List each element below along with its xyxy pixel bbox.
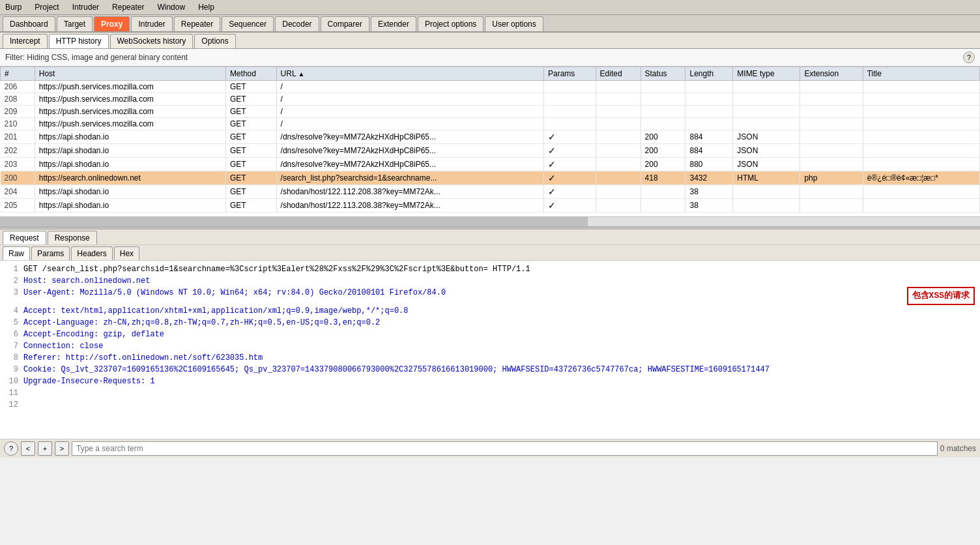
table-cell-edited — [596, 171, 641, 185]
horizontal-scrollbar[interactable] — [0, 216, 980, 227]
top-tab-extender[interactable]: Extender — [371, 16, 416, 31]
col-header-extension[interactable]: Extension — [800, 67, 863, 81]
top-tab-dashboard[interactable]: Dashboard — [3, 16, 55, 31]
table-cell-title — [863, 118, 979, 130]
top-tab-proxy[interactable]: Proxy — [94, 16, 130, 31]
table-cell-url: /shodan/host/122.113.208.38?key=MM72Ak..… — [276, 199, 543, 213]
table-row[interactable]: 202https://api.shodan.ioGET/dns/resolve?… — [1, 144, 980, 158]
sub-tab-options[interactable]: Options — [194, 34, 235, 48]
table-cell-params: ✓ — [543, 158, 596, 171]
xss-badge: 包含XSS的请求 — [907, 287, 975, 305]
table-row[interactable]: 200https://search.onlinedown.netGET/sear… — [1, 171, 980, 185]
format-tab-raw[interactable]: Raw — [3, 246, 30, 260]
top-tab-project-options[interactable]: Project options — [418, 16, 483, 31]
table-row[interactable]: 206https://push.services.mozilla.comGET/ — [1, 81, 980, 93]
table-row[interactable]: 210https://push.services.mozilla.comGET/ — [1, 118, 980, 130]
top-tab-user-options[interactable]: User options — [485, 16, 543, 31]
filter-help-button[interactable]: ? — [963, 52, 975, 63]
menu-burp[interactable]: Burp — [3, 1, 24, 13]
col-header-method[interactable]: Method — [225, 67, 276, 81]
table-row[interactable]: 201https://api.shodan.ioGET/dns/resolve?… — [1, 130, 980, 144]
table-cell-method: GET — [225, 106, 276, 118]
sub-tab-websockets-history[interactable]: WebSockets history — [110, 34, 194, 48]
top-tab-decoder[interactable]: Decoder — [275, 16, 319, 31]
format-tabs: RawParamsHeadersHex — [0, 245, 980, 261]
table-cell-extension — [800, 185, 863, 199]
table-cell-method: GET — [225, 93, 276, 106]
request-line: 2Host: search.onlinedown.net — [5, 275, 975, 287]
top-tab-target[interactable]: Target — [57, 16, 93, 31]
http-history-table-container[interactable]: #HostMethodURL ▲ParamsEditedStatusLength… — [0, 66, 980, 216]
table-cell-params: ✓ — [543, 144, 596, 158]
menu-project[interactable]: Project — [32, 1, 61, 13]
table-cell-edited — [596, 93, 641, 106]
bottom-help-button[interactable]: ? — [4, 441, 18, 456]
table-cell-length — [685, 118, 733, 130]
line-number: 1 — [5, 263, 18, 275]
table-cell-url: /dns/resolve?key=MM72AkzHXdHpC8iP65... — [276, 144, 543, 158]
line-number: 10 — [5, 376, 18, 387]
table-row[interactable]: 208https://push.services.mozilla.comGET/ — [1, 93, 980, 106]
col-header-length[interactable]: Length — [685, 67, 733, 81]
menu-help[interactable]: Help — [195, 1, 217, 13]
next-plus-button[interactable]: + — [38, 441, 52, 456]
prev-button[interactable]: < — [21, 441, 35, 456]
table-cell-title — [863, 130, 979, 144]
menu-repeater[interactable]: Repeater — [109, 1, 147, 13]
search-input[interactable] — [72, 441, 938, 456]
menu-window[interactable]: Window — [154, 1, 188, 13]
table-row[interactable]: 209https://push.services.mozilla.comGET/ — [1, 106, 980, 118]
table-cell-method: GET — [225, 130, 276, 144]
bottom-panel: RequestResponse RawParamsHeadersHex 1GET… — [0, 229, 980, 458]
table-cell-status: 200 — [641, 130, 685, 144]
format-tab-params[interactable]: Params — [31, 246, 70, 260]
line-content: Connection: close — [23, 340, 975, 352]
top-tab-intruder[interactable]: Intruder — [131, 16, 172, 31]
top-tab-comparer[interactable]: Comparer — [321, 16, 369, 31]
line-number: 5 — [5, 317, 18, 329]
col-header-#[interactable]: # — [1, 67, 35, 81]
top-tab-repeater[interactable]: Repeater — [174, 16, 220, 31]
sub-tab-intercept[interactable]: Intercept — [3, 34, 48, 48]
table-row[interactable]: 205https://api.shodan.ioGET/shodan/host/… — [1, 199, 980, 213]
table-row[interactable]: 203https://api.shodan.ioGET/dns/resolve?… — [1, 158, 980, 171]
table-cell-edited — [596, 81, 641, 93]
table-cell-title — [863, 144, 979, 158]
req-res-tab-request[interactable]: Request — [3, 231, 46, 244]
table-cell-status — [641, 118, 685, 130]
table-cell-title: è®¿é□®è¢«æ□¦æ□* — [863, 171, 979, 185]
table-cell-status — [641, 81, 685, 93]
format-tab-hex[interactable]: Hex — [114, 246, 139, 260]
col-header-title[interactable]: Title — [863, 67, 979, 81]
top-tab-sequencer[interactable]: Sequencer — [222, 16, 274, 31]
table-cell-status — [641, 106, 685, 118]
col-header-host[interactable]: Host — [35, 67, 225, 81]
format-tab-headers[interactable]: Headers — [71, 246, 112, 260]
filter-text[interactable]: Filter: Hiding CSS, image and general bi… — [5, 53, 188, 62]
match-count: 0 matches — [940, 444, 976, 453]
table-cell-method: GET — [225, 199, 276, 213]
sub-tab-http-history[interactable]: HTTP history — [49, 34, 109, 48]
col-header-params[interactable]: Params — [543, 67, 596, 81]
col-header-url[interactable]: URL ▲ — [276, 67, 543, 81]
table-cell-extension — [800, 130, 863, 144]
col-header-edited[interactable]: Edited — [596, 67, 641, 81]
table-cell-#: 202 — [1, 144, 35, 158]
table-cell-mime-type: HTML — [733, 171, 800, 185]
table-cell-length: 38 — [685, 199, 733, 213]
request-line: 8Referer: http://soft.onlinedown.net/sof… — [5, 352, 975, 364]
next-button[interactable]: > — [55, 441, 69, 456]
table-cell-extension — [800, 93, 863, 106]
table-cell-params — [543, 93, 596, 106]
table-cell-extension — [800, 118, 863, 130]
col-header-mime-type[interactable]: MIME type — [733, 67, 800, 81]
col-header-status[interactable]: Status — [641, 67, 685, 81]
menu-intruder[interactable]: Intruder — [70, 1, 102, 13]
table-cell-edited — [596, 144, 641, 158]
req-res-tab-response[interactable]: Response — [48, 231, 97, 244]
table-row[interactable]: 204https://api.shodan.ioGET/shodan/host/… — [1, 185, 980, 199]
table-cell-edited — [596, 106, 641, 118]
request-line: 7Connection: close — [5, 340, 975, 352]
table-cell-url: / — [276, 118, 543, 130]
request-line: 5Accept-Language: zh-CN,zh;q=0.8,zh-TW;q… — [5, 317, 975, 329]
